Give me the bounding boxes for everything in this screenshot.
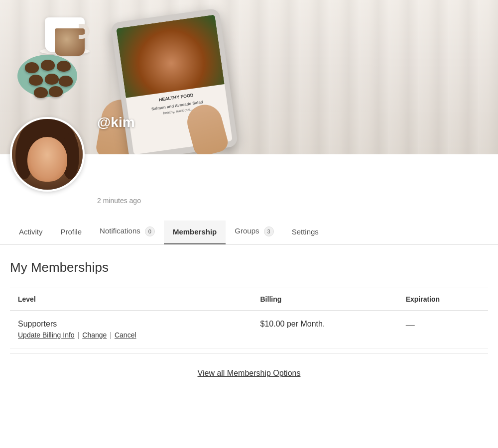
tab-groups[interactable]: Groups 3 xyxy=(226,220,282,245)
update-billing-link[interactable]: Update Billing Info xyxy=(18,331,75,339)
coffee-cup-decoration xyxy=(40,10,90,55)
tab-activity[interactable]: Activity xyxy=(10,221,52,244)
username-overlay: @kim xyxy=(97,114,135,130)
tab-membership[interactable]: Membership xyxy=(164,221,226,244)
view-all-membership-options-link[interactable]: View all Membership Options xyxy=(198,369,301,377)
avatar-image xyxy=(12,119,83,190)
expiration-value: — xyxy=(406,320,415,330)
tab-notifications[interactable]: Notifications 0 xyxy=(91,220,164,245)
nav-tabs: Activity Profile Notifications 0 Members… xyxy=(0,220,498,245)
change-link[interactable]: Change xyxy=(82,331,107,339)
view-all-container: View all Membership Options xyxy=(10,353,488,388)
tab-profile[interactable]: Profile xyxy=(52,221,91,244)
memberships-table: Level Billing Expiration Supporters Upda… xyxy=(10,288,488,348)
avatar xyxy=(10,117,85,192)
last-seen-timestamp: 2 minutes ago xyxy=(97,154,488,215)
col-header-billing: Billing xyxy=(252,288,398,311)
notifications-badge: 0 xyxy=(145,226,155,236)
tab-settings[interactable]: Settings xyxy=(283,221,328,244)
chocolates-decoration xyxy=(15,50,80,100)
col-header-level: Level xyxy=(10,288,252,311)
table-row: Supporters Update Billing Info | Change … xyxy=(10,311,488,348)
membership-billing-cell: $10.00 per Month. xyxy=(252,311,398,348)
billing-amount: $10.00 per Month. xyxy=(260,320,325,328)
col-header-expiration: Expiration xyxy=(398,288,488,311)
profile-section: 2 minutes ago xyxy=(0,154,498,215)
action-separator-1: | xyxy=(78,331,80,339)
membership-expiration-cell: — xyxy=(398,311,488,348)
membership-actions: Update Billing Info | Change | Cancel xyxy=(18,331,245,339)
cancel-link[interactable]: Cancel xyxy=(115,331,136,339)
section-title: My Memberships xyxy=(10,260,488,275)
main-content: My Memberships Level Billing Expiration … xyxy=(0,260,498,388)
groups-badge: 3 xyxy=(264,226,274,236)
membership-level-cell: Supporters Update Billing Info | Change … xyxy=(10,311,252,348)
action-separator-2: | xyxy=(110,331,112,339)
membership-level-name: Supporters xyxy=(18,320,245,329)
